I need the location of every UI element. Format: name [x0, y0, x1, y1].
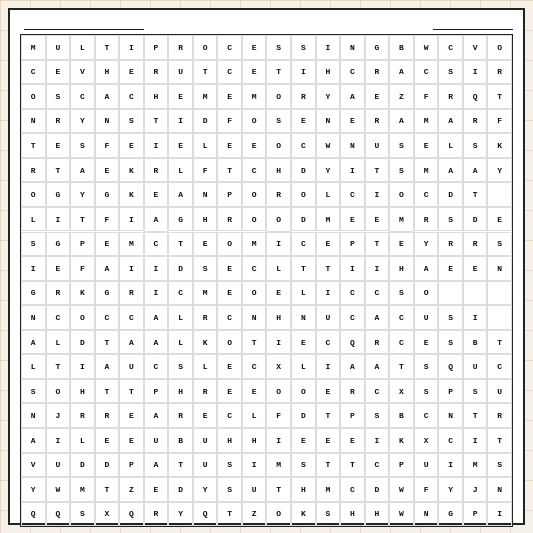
grid-cell: D: [463, 207, 488, 232]
grid-cell: M: [193, 281, 218, 306]
grid-cell: T: [46, 158, 71, 183]
grid-cell: S: [168, 354, 193, 379]
grid-cell: X: [414, 428, 439, 453]
grid-cell: C: [119, 305, 144, 330]
grid-cell: W: [316, 133, 341, 158]
grid-cell: G: [365, 35, 390, 60]
grid-cell: E: [463, 256, 488, 281]
grid-cell: S: [389, 281, 414, 306]
grid-cell: R: [168, 35, 193, 60]
grid-cell: A: [144, 453, 169, 478]
grid-cell: T: [316, 256, 341, 281]
grid-cell: T: [242, 330, 267, 355]
grid-cell: L: [291, 354, 316, 379]
grid-cell: S: [266, 109, 291, 134]
grid-cell: C: [144, 354, 169, 379]
grid-cell: T: [266, 60, 291, 85]
grid-cell: Y: [316, 158, 341, 183]
grid-cell: E: [217, 84, 242, 109]
grid-cell: E: [316, 379, 341, 404]
grid-cell: T: [95, 379, 120, 404]
grid-cell: L: [46, 330, 71, 355]
grid-cell: N: [21, 109, 46, 134]
grid-cell: T: [316, 453, 341, 478]
grid-cell: R: [144, 158, 169, 183]
grid-cell: D: [168, 477, 193, 502]
grid-cell: I: [46, 428, 71, 453]
grid-cell: I: [119, 35, 144, 60]
grid-cell: R: [365, 60, 390, 85]
grid-cell: L: [70, 428, 95, 453]
grid-cell: C: [46, 305, 71, 330]
grid-cell: T: [316, 403, 341, 428]
grid-cell: [463, 281, 488, 306]
grid-cell: E: [291, 330, 316, 355]
grid-cell: X: [266, 354, 291, 379]
grid-cell: O: [291, 182, 316, 207]
grid-cell: A: [365, 305, 390, 330]
grid-cell: U: [463, 354, 488, 379]
grid-cell: K: [119, 158, 144, 183]
grid-cell: T: [365, 232, 390, 257]
grid-cell: P: [340, 403, 365, 428]
grid-cell: O: [266, 207, 291, 232]
grid-cell: M: [193, 84, 218, 109]
grid-cell: H: [70, 379, 95, 404]
grid-cell: C: [414, 60, 439, 85]
grid-cell: R: [21, 158, 46, 183]
grid-cell: C: [217, 35, 242, 60]
grid-cell: K: [487, 133, 512, 158]
grid-cell: C: [340, 477, 365, 502]
grid-cell: H: [193, 207, 218, 232]
grid-cell: E: [119, 133, 144, 158]
grid-cell: M: [389, 207, 414, 232]
grid-cell: G: [46, 232, 71, 257]
grid-cell: Z: [242, 502, 267, 527]
grid-cell: A: [438, 158, 463, 183]
grid-cell: E: [340, 428, 365, 453]
grid-cell: O: [242, 182, 267, 207]
grid-cell: A: [95, 354, 120, 379]
grid-cell: B: [389, 403, 414, 428]
grid-cell: C: [414, 182, 439, 207]
grid-cell: E: [365, 84, 390, 109]
grid-cell: E: [242, 35, 267, 60]
grid-cell: A: [168, 182, 193, 207]
grid-cell: W: [389, 477, 414, 502]
grid-cell: S: [414, 379, 439, 404]
grid-cell: S: [21, 232, 46, 257]
grid-cell: N: [340, 133, 365, 158]
grid-cell: P: [463, 502, 488, 527]
grid-cell: C: [291, 133, 316, 158]
grid-cell: E: [242, 133, 267, 158]
grid-cell: I: [463, 428, 488, 453]
grid-cell: I: [291, 60, 316, 85]
main-card: MULTIPROCESSINGBWCVOCEVHERUTCETIHCRACSIR…: [8, 8, 525, 525]
grid-cell: E: [168, 133, 193, 158]
grid-cell: P: [438, 379, 463, 404]
grid-cell: S: [217, 453, 242, 478]
grid-cell: T: [95, 330, 120, 355]
grid-cell: G: [168, 207, 193, 232]
grid-cell: N: [193, 182, 218, 207]
grid-cell: S: [193, 256, 218, 281]
grid-cell: H: [291, 477, 316, 502]
grid-cell: S: [291, 35, 316, 60]
grid-cell: R: [46, 281, 71, 306]
grid-cell: H: [95, 60, 120, 85]
grid-cell: L: [266, 256, 291, 281]
grid-cell: S: [463, 379, 488, 404]
grid-cell: O: [242, 207, 267, 232]
grid-cell: R: [266, 182, 291, 207]
grid-cell: O: [46, 379, 71, 404]
grid-cell: I: [46, 207, 71, 232]
grid-cell: E: [193, 403, 218, 428]
grid-cell: E: [144, 477, 169, 502]
grid-cell: R: [487, 403, 512, 428]
grid-cell: E: [291, 109, 316, 134]
grid-cell: A: [438, 109, 463, 134]
grid-cell: T: [95, 35, 120, 60]
grid-cell: G: [46, 182, 71, 207]
grid-cell: A: [95, 256, 120, 281]
grid-cell: M: [242, 84, 267, 109]
